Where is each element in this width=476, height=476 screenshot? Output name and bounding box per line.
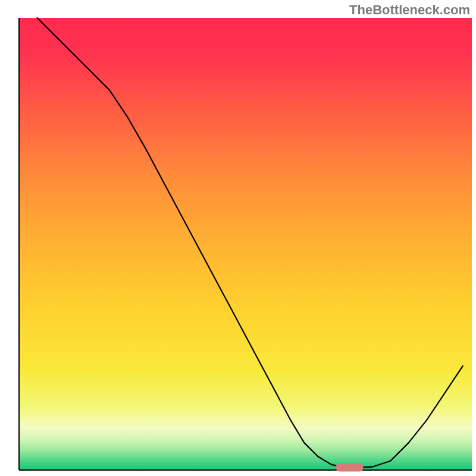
- chart-background: [19, 18, 472, 470]
- bottleneck-chart: [0, 0, 476, 476]
- watermark-label: TheBottleneck.com: [349, 2, 470, 18]
- optimal-marker: [336, 463, 364, 471]
